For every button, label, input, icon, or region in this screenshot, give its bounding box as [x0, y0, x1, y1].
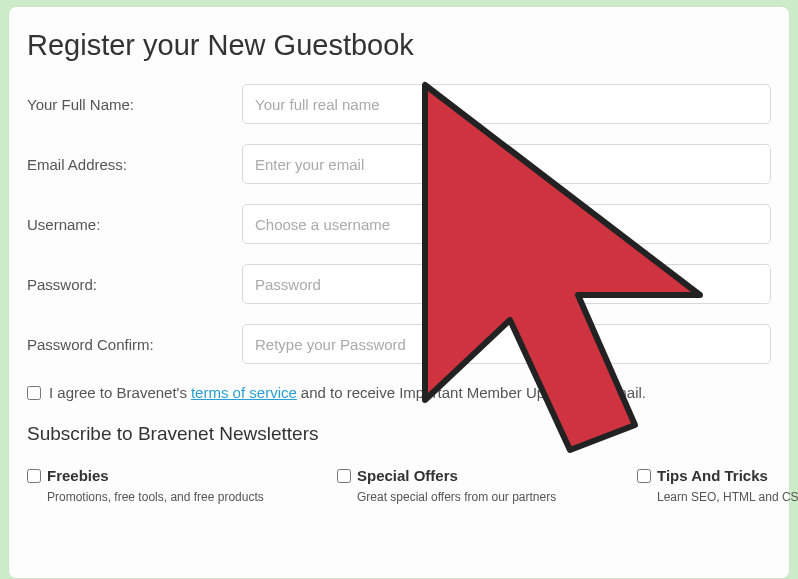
password-confirm-row: Password Confirm:: [27, 324, 771, 364]
newsletter-freebies-title: Freebies: [47, 467, 109, 484]
newsletter-tips: Tips And Tricks Learn SEO, HTML and CSS …: [637, 467, 798, 504]
password-confirm-input[interactable]: [242, 324, 771, 364]
newsletters-heading: Subscribe to Bravenet Newsletters: [27, 423, 771, 445]
terms-agree-row: I agree to Bravenet's terms of service a…: [27, 384, 771, 401]
email-row: Email Address:: [27, 144, 771, 184]
newsletter-freebies-desc: Promotions, free tools, and free product…: [27, 490, 317, 504]
newsletter-tips-desc: Learn SEO, HTML and CSS a: [637, 490, 798, 504]
newsletter-special-title: Special Offers: [357, 467, 458, 484]
newsletter-tips-checkbox[interactable]: [637, 469, 651, 483]
email-label: Email Address:: [27, 156, 242, 173]
newsletters-row: Freebies Promotions, free tools, and fre…: [27, 467, 771, 504]
username-input[interactable]: [242, 204, 771, 244]
password-confirm-label: Password Confirm:: [27, 336, 242, 353]
email-input[interactable]: [242, 144, 771, 184]
newsletter-special: Special Offers Great special offers from…: [337, 467, 617, 504]
page-title: Register your New Guestbook: [27, 29, 771, 62]
terms-agree-checkbox[interactable]: [27, 386, 41, 400]
username-row: Username:: [27, 204, 771, 244]
newsletter-freebies-title-row: Freebies: [27, 467, 317, 484]
terms-text-after: and to receive Important Member Updates …: [301, 384, 646, 401]
password-row: Password:: [27, 264, 771, 304]
username-label: Username:: [27, 216, 242, 233]
password-label: Password:: [27, 276, 242, 293]
register-card: Register your New Guestbook Your Full Na…: [8, 6, 790, 579]
terms-text-before: I agree to Bravenet's: [49, 384, 187, 401]
terms-link[interactable]: terms of service: [191, 384, 297, 401]
newsletter-special-checkbox[interactable]: [337, 469, 351, 483]
newsletter-tips-title-row: Tips And Tricks: [637, 467, 798, 484]
newsletter-tips-title: Tips And Tricks: [657, 467, 768, 484]
fullname-row: Your Full Name:: [27, 84, 771, 124]
newsletter-freebies: Freebies Promotions, free tools, and fre…: [27, 467, 317, 504]
password-input[interactable]: [242, 264, 771, 304]
fullname-input[interactable]: [242, 84, 771, 124]
newsletter-special-desc: Great special offers from our partners: [337, 490, 617, 504]
newsletter-special-title-row: Special Offers: [337, 467, 617, 484]
newsletter-freebies-checkbox[interactable]: [27, 469, 41, 483]
fullname-label: Your Full Name:: [27, 96, 242, 113]
